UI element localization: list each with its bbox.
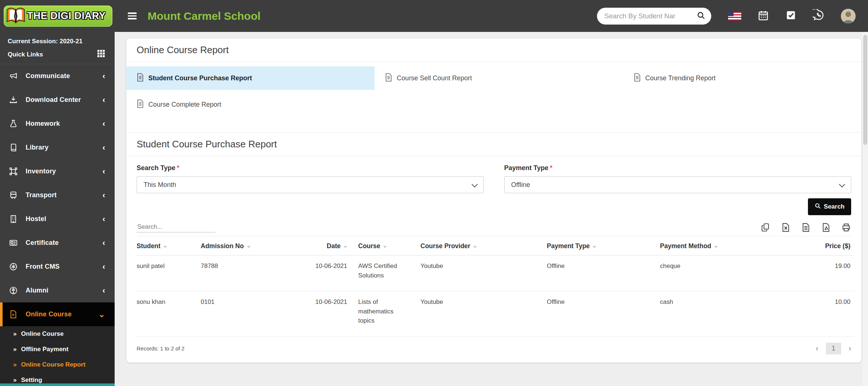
student-search[interactable] (597, 8, 711, 25)
tab-student-course-purchase-report[interactable]: Student Course Purchase Report (126, 66, 375, 90)
pagination-page-1[interactable]: 1 (826, 343, 841, 354)
sidebar-subitem-offline-payment[interactable]: » Offline Payment (0, 342, 115, 357)
sidebar-item-online-course[interactable]: Online Course ⌄ (0, 302, 115, 326)
cell-admission-no: 0101 (201, 291, 311, 337)
sidebar-item-label: Download Center (26, 96, 103, 104)
logo-text: THE DIGI DIARY (27, 10, 106, 22)
sidebar-item-front-cms[interactable]: Front CMS ‹ (0, 255, 115, 279)
building-icon (9, 214, 18, 224)
double-arrow-icon: » (13, 361, 16, 368)
search-icon (815, 203, 821, 211)
box-select-icon (9, 167, 18, 176)
payment-type-select[interactable]: Offline (504, 176, 852, 193)
double-arrow-icon: » (13, 376, 16, 384)
table-header-row: Student Admission No Date Course Course … (137, 236, 854, 256)
sidebar-item-hostel[interactable]: Hostel ‹ (0, 207, 115, 231)
report-filter-form: Search Type* This Month Payment Type* Of… (126, 156, 861, 215)
tab-course-sell-count-report[interactable]: Course Sell Count Report (375, 66, 623, 90)
video-file-icon (9, 310, 18, 319)
search-icon[interactable] (697, 11, 705, 21)
calendar-icon[interactable] (757, 10, 769, 23)
us-flag-icon[interactable] (728, 12, 741, 21)
column-header-course[interactable]: Course (358, 236, 420, 256)
grid-icon[interactable] (97, 49, 105, 59)
logo-area: THE DIGI DIARY (0, 5, 115, 27)
cell-price: 19.00 (794, 256, 854, 291)
cell-payment-method: cheque (660, 256, 794, 291)
cell-payment-type: Offline (547, 256, 660, 291)
table-filter-input[interactable] (137, 222, 215, 232)
sidebar-item-label: Certificate (26, 239, 103, 247)
report-doc-icon (137, 99, 144, 110)
whatsapp-icon[interactable] (813, 9, 825, 23)
column-header-payment-type[interactable]: Payment Type (547, 236, 660, 256)
student-search-input[interactable] (604, 12, 697, 20)
cell-course-provider: Youtube (420, 291, 547, 337)
chevron-left-icon: ‹ (103, 239, 105, 247)
tab-course-complete-report[interactable]: Course Complete Report (126, 93, 375, 116)
sidebar-item-inventory[interactable]: Inventory ‹ (0, 159, 115, 183)
cell-date: 10-06-2021 (311, 291, 358, 337)
sidebar-item-transport[interactable]: Transport ‹ (0, 183, 115, 207)
sidebar-item-certificate[interactable]: Certificate ‹ (0, 231, 115, 255)
column-header-payment-method[interactable]: Payment Method (660, 236, 794, 256)
sidebar-item-download-center[interactable]: Download Center ‹ (0, 88, 115, 112)
required-marker: * (550, 164, 552, 172)
divider (126, 62, 861, 62)
sidebar-subitem-online-course-report[interactable]: » Online Course Report (0, 357, 115, 372)
search-type-select[interactable]: This Month (137, 176, 484, 193)
purchase-report-table: Student Admission No Date Course Course … (137, 236, 854, 337)
sidebar-item-communicate[interactable]: Communicate ‹ (0, 64, 115, 88)
tab-course-trending-report[interactable]: Course Trending Report (623, 66, 861, 90)
menu-toggle-icon[interactable] (128, 12, 137, 19)
tasks-icon[interactable] (785, 10, 797, 22)
scrollbar-thumb[interactable] (863, 35, 867, 145)
asterisk-circle-icon (9, 262, 18, 272)
logo-book-icon (6, 6, 26, 26)
bus-icon (9, 191, 18, 200)
pdf-export-icon[interactable] (821, 223, 831, 232)
column-header-price[interactable]: Price ($) (794, 236, 854, 256)
column-header-admission-no[interactable]: Admission No (201, 236, 311, 256)
print-icon[interactable] (841, 223, 851, 232)
column-header-student[interactable]: Student (137, 236, 201, 256)
table-row[interactable]: sunil patel 78788 10-06-2021 AWS Certifi… (137, 256, 854, 291)
chevron-left-icon: ‹ (103, 168, 105, 176)
records-count: Records: 1 to 2 of 2 (137, 345, 185, 352)
sidebar: Current Session: 2020-21 Quick Links Com… (0, 32, 115, 386)
current-session-label: Current Session: 2020-21 (0, 32, 115, 45)
cell-course: Lists of mathematics topics (358, 291, 420, 337)
sort-caret-icon (163, 246, 167, 248)
tab-label: Student Course Purchase Report (148, 74, 252, 82)
app-logo[interactable]: THE DIGI DIARY (4, 5, 112, 27)
tab-label: Course Complete Report (148, 101, 221, 109)
excel-export-icon[interactable] (781, 223, 791, 232)
sidebar-item-label: Transport (26, 191, 103, 199)
sort-caret-icon (473, 246, 477, 248)
search-button[interactable]: Search (808, 198, 851, 215)
sidebar-item-library[interactable]: Library ‹ (0, 136, 115, 159)
cell-course-provider: Youtube (420, 256, 547, 291)
page-title: Online Course Report (137, 44, 851, 56)
column-header-course-provider[interactable]: Course Provider (420, 236, 547, 256)
double-arrow-icon: » (13, 330, 16, 338)
chevron-left-icon: ‹ (103, 96, 105, 104)
sidebar-item-alumni[interactable]: Alumni ‹ (0, 279, 115, 302)
cell-course: AWS Certified Solutions (358, 256, 420, 291)
chevron-left-icon: ‹ (103, 191, 105, 199)
megaphone-icon (9, 71, 18, 81)
search-type-field: Search Type* This Month (137, 164, 484, 193)
report-card: Online Course Report Student Course Purc… (126, 38, 861, 363)
user-avatar[interactable] (841, 9, 856, 23)
window-scrollbar[interactable] (863, 32, 868, 386)
sidebar-subitem-online-course[interactable]: » Online Course (0, 326, 115, 342)
sidebar-item-homework[interactable]: Homework ‹ (0, 112, 115, 136)
pagination-prev-icon[interactable]: ‹ (816, 345, 818, 353)
pagination-next-icon[interactable]: › (849, 345, 851, 353)
table-row[interactable]: sonu khan 0101 10-06-2021 Lists of mathe… (137, 291, 854, 337)
chevron-left-icon: ‹ (103, 287, 105, 295)
csv-export-icon[interactable] (801, 223, 811, 232)
copy-icon[interactable] (761, 223, 771, 232)
section-title: Student Course Purchase Report (137, 139, 851, 150)
column-header-date[interactable]: Date (311, 236, 358, 256)
